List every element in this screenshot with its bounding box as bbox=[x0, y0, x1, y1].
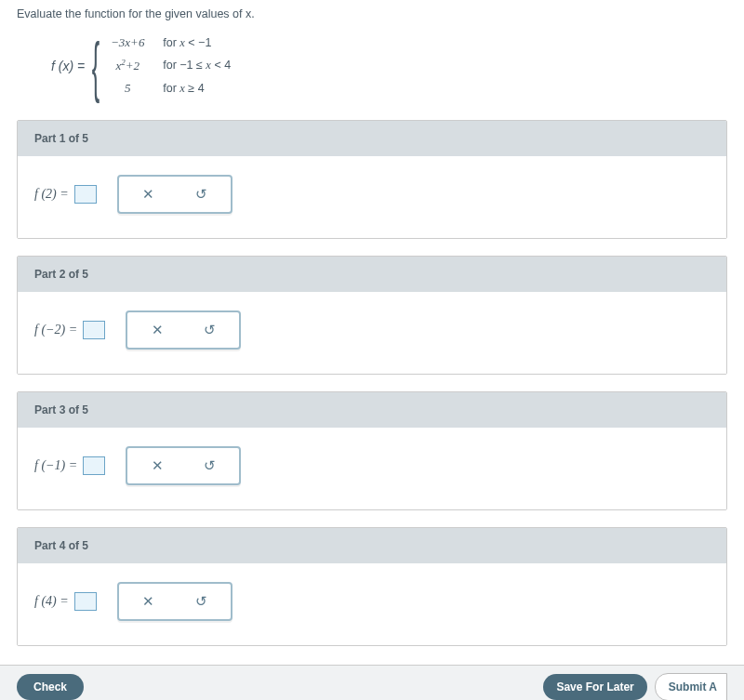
reset-button[interactable]: ↺ bbox=[183, 316, 235, 344]
part-header: Part 3 of 5 bbox=[18, 392, 726, 428]
piecewise-expr: 5 bbox=[100, 77, 155, 99]
answer-toolbar: ✕ ↺ bbox=[117, 582, 232, 621]
check-button[interactable]: Check bbox=[17, 674, 84, 700]
part-body: f (2) = ✕ ↺ bbox=[18, 156, 726, 238]
piecewise-row: 5 for x ≥ 4 bbox=[100, 77, 238, 99]
part-box: Part 2 of 5 f (−2) = ✕ ↺ bbox=[17, 256, 727, 375]
part-expression-label: f (−2) = bbox=[34, 323, 77, 337]
part-expression-label: f (−1) = bbox=[34, 458, 77, 473]
part-expression-label: f (2) = bbox=[34, 187, 69, 202]
answer-input[interactable] bbox=[83, 456, 105, 475]
answer-toolbar: ✕ ↺ bbox=[117, 175, 232, 214]
piecewise-table: −3x+6 for x < −1 x2+2 for −1 ≤ x < 4 5 f… bbox=[100, 32, 238, 99]
piecewise-function: f (x) = { −3x+6 for x < −1 x2+2 for −1 ≤… bbox=[0, 22, 744, 120]
clear-button[interactable]: ✕ bbox=[123, 588, 175, 615]
part-header: Part 4 of 5 bbox=[18, 528, 726, 563]
part-body: f (−2) = ✕ ↺ bbox=[18, 292, 726, 374]
part-body: f (4) = ✕ ↺ bbox=[18, 563, 726, 645]
clear-button[interactable]: ✕ bbox=[131, 452, 183, 480]
save-for-later-button[interactable]: Save For Later bbox=[543, 674, 646, 700]
part-header: Part 1 of 5 bbox=[18, 121, 726, 156]
part-expression-label: f (4) = bbox=[34, 594, 69, 609]
piecewise-row: x2+2 for −1 ≤ x < 4 bbox=[100, 54, 238, 77]
part-box: Part 3 of 5 f (−1) = ✕ ↺ bbox=[17, 391, 727, 510]
function-lhs: f (x) = bbox=[51, 59, 85, 73]
piecewise-row: −3x+6 for x < −1 bbox=[100, 32, 238, 54]
part-header: Part 2 of 5 bbox=[18, 257, 726, 292]
reset-button[interactable]: ↺ bbox=[183, 452, 235, 480]
answer-toolbar: ✕ ↺ bbox=[126, 310, 241, 350]
answer-input[interactable] bbox=[83, 321, 105, 339]
left-brace: { bbox=[92, 38, 100, 94]
answer-input[interactable] bbox=[74, 592, 97, 611]
part-box: Part 1 of 5 f (2) = ✕ ↺ bbox=[17, 120, 727, 239]
piecewise-cond: for x < −1 bbox=[155, 32, 238, 54]
part-box: Part 4 of 5 f (4) = ✕ ↺ bbox=[17, 527, 727, 646]
piecewise-expr: −3x+6 bbox=[100, 32, 155, 54]
clear-button[interactable]: ✕ bbox=[131, 316, 183, 344]
piecewise-expr: x2+2 bbox=[100, 54, 155, 77]
clear-button[interactable]: ✕ bbox=[123, 180, 175, 208]
answer-toolbar: ✕ ↺ bbox=[126, 446, 241, 485]
answer-input[interactable] bbox=[74, 185, 97, 204]
piecewise-cond: for −1 ≤ x < 4 bbox=[155, 54, 238, 77]
submit-assignment-button[interactable]: Submit A bbox=[655, 673, 727, 700]
piecewise-cond: for x ≥ 4 bbox=[155, 77, 238, 99]
reset-button[interactable]: ↺ bbox=[175, 588, 227, 615]
part-body: f (−1) = ✕ ↺ bbox=[18, 428, 726, 509]
reset-button[interactable]: ↺ bbox=[175, 180, 227, 208]
question-prompt: Evaluate the function for the given valu… bbox=[0, 0, 744, 22]
footer-bar: Check Save For Later Submit A bbox=[0, 665, 744, 700]
